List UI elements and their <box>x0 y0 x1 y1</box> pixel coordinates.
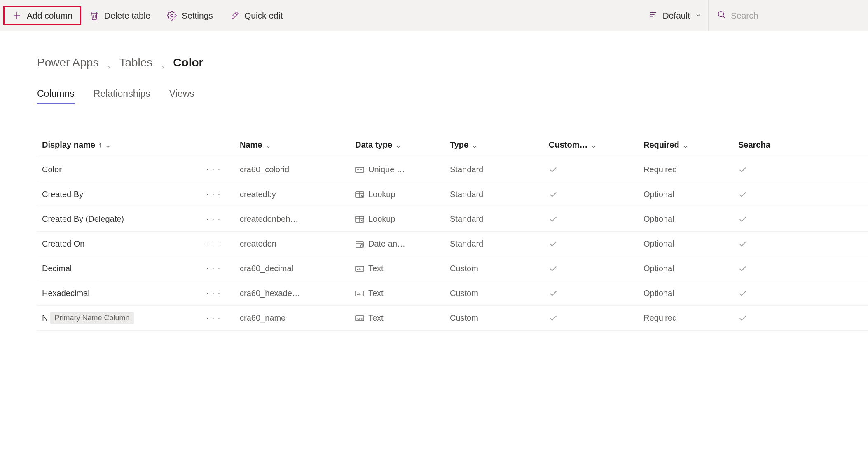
row-more-button[interactable]: · · · <box>204 264 223 273</box>
trash-icon <box>89 11 99 21</box>
primary-name-badge: Primary Name Column <box>50 312 133 324</box>
header-searchable[interactable]: Searcha <box>738 140 800 150</box>
chevron-down-icon <box>265 142 271 148</box>
table-row[interactable]: Hexadecimal· · ·cra60_hexade…TextCustomO… <box>37 281 868 306</box>
breadcrumb-parent[interactable]: Tables <box>119 56 152 69</box>
row-name: createdon <box>240 239 355 249</box>
row-data-type: Lookup <box>355 214 450 224</box>
date-type-icon <box>355 240 364 248</box>
row-name: cra60_colorid <box>240 165 355 174</box>
row-custom <box>549 314 643 323</box>
row-required: Optional <box>643 264 738 273</box>
breadcrumb-current: Color <box>173 56 203 69</box>
table-row[interactable]: NPrimary Name Column· · ·cra60_nameTextC… <box>37 306 868 331</box>
settings-label: Settings <box>182 11 213 21</box>
add-column-label: Add column <box>27 11 73 21</box>
row-more-button[interactable]: · · · <box>204 314 223 322</box>
row-display-name: Created On <box>42 239 84 249</box>
chevron-down-icon <box>695 11 702 21</box>
chevron-right-icon <box>160 60 166 66</box>
tab-bar: Columns Relationships Views <box>37 88 868 104</box>
row-type: Standard <box>450 165 549 174</box>
command-bar: Add column Delete table Settings Quick e… <box>0 0 868 31</box>
header-display-name[interactable]: Display name ↑ <box>42 140 240 150</box>
row-more-button[interactable]: · · · <box>204 240 223 248</box>
header-type[interactable]: Type <box>450 140 549 150</box>
pencil-icon <box>229 11 239 21</box>
table-row[interactable]: Created On· · ·createdonDate an…Standard… <box>37 232 868 256</box>
row-required: Required <box>643 313 738 323</box>
view-name: Default <box>662 11 690 21</box>
text-type-icon <box>355 265 364 272</box>
add-column-button[interactable]: Add column <box>3 6 81 25</box>
columns-grid: Display name ↑ Name Data type Type Custo… <box>37 133 868 331</box>
row-custom <box>549 190 643 199</box>
search-icon <box>717 10 726 21</box>
header-name[interactable]: Name <box>240 140 355 150</box>
lookup-type-icon <box>355 216 364 223</box>
chevron-down-icon <box>472 142 477 148</box>
delete-table-label: Delete table <box>104 11 150 21</box>
unique-type-icon <box>355 166 364 174</box>
grid-header: Display name ↑ Name Data type Type Custo… <box>37 133 868 157</box>
search-input[interactable] <box>731 11 856 21</box>
row-custom <box>549 289 643 298</box>
row-required: Optional <box>643 289 738 298</box>
delete-table-button[interactable]: Delete table <box>81 7 159 25</box>
row-display-name: Created By (Delegate) <box>42 214 124 224</box>
row-type: Custom <box>450 264 549 273</box>
text-type-icon <box>355 290 364 297</box>
tab-views[interactable]: Views <box>169 88 194 104</box>
row-required: Optional <box>643 239 738 249</box>
row-more-button[interactable]: · · · <box>204 289 223 298</box>
row-data-type: Text <box>355 289 450 298</box>
row-display-name: Color <box>42 165 62 174</box>
svg-line-9 <box>723 16 725 18</box>
table-row[interactable]: Color· · ·cra60_coloridUnique …StandardR… <box>37 157 868 182</box>
row-name: cra60_decimal <box>240 264 355 273</box>
row-more-button[interactable]: · · · <box>204 190 223 199</box>
tab-relationships[interactable]: Relationships <box>94 88 150 104</box>
quick-edit-label: Quick edit <box>244 11 283 21</box>
header-custom[interactable]: Custom… <box>549 140 643 150</box>
row-custom <box>549 240 643 249</box>
row-display-name: Created By <box>42 190 83 199</box>
text-type-icon <box>355 315 364 322</box>
table-row[interactable]: Created By· · ·createdbyLookupStandardOp… <box>37 182 868 207</box>
row-data-type: Date an… <box>355 239 450 249</box>
row-display-name: N <box>42 313 48 323</box>
row-name: cra60_hexade… <box>240 289 355 298</box>
header-data-type[interactable]: Data type <box>355 140 450 150</box>
row-searchable <box>738 264 800 273</box>
breadcrumb: Power Apps Tables Color <box>37 56 868 69</box>
row-more-button[interactable]: · · · <box>204 215 223 223</box>
row-type: Standard <box>450 239 549 249</box>
row-type: Custom <box>450 313 549 323</box>
row-name: createdby <box>240 190 355 199</box>
breadcrumb-root[interactable]: Power Apps <box>37 56 98 69</box>
row-display-name: Decimal <box>42 264 72 273</box>
chevron-down-icon <box>591 142 597 148</box>
row-required: Optional <box>643 214 738 224</box>
search-box[interactable] <box>708 0 865 31</box>
quick-edit-button[interactable]: Quick edit <box>221 7 291 25</box>
row-custom <box>549 215 643 224</box>
row-searchable <box>738 314 800 323</box>
table-row[interactable]: Decimal· · ·cra60_decimalTextCustomOptio… <box>37 256 868 281</box>
table-row[interactable]: Created By (Delegate)· · ·createdonbeh…L… <box>37 207 868 232</box>
header-required[interactable]: Required <box>643 140 738 150</box>
settings-button[interactable]: Settings <box>159 7 221 25</box>
chevron-down-icon <box>683 142 688 148</box>
list-icon <box>648 10 657 21</box>
row-searchable <box>738 240 800 249</box>
row-name: createdonbeh… <box>240 214 355 224</box>
tab-columns[interactable]: Columns <box>37 88 75 104</box>
chevron-down-icon <box>395 142 401 148</box>
chevron-right-icon <box>106 60 112 66</box>
row-searchable <box>738 165 800 174</box>
row-more-button[interactable]: · · · <box>204 165 223 174</box>
chevron-down-icon <box>105 142 111 148</box>
row-searchable <box>738 215 800 224</box>
row-data-type: Text <box>355 264 450 273</box>
view-dropdown[interactable]: Default <box>642 7 708 24</box>
